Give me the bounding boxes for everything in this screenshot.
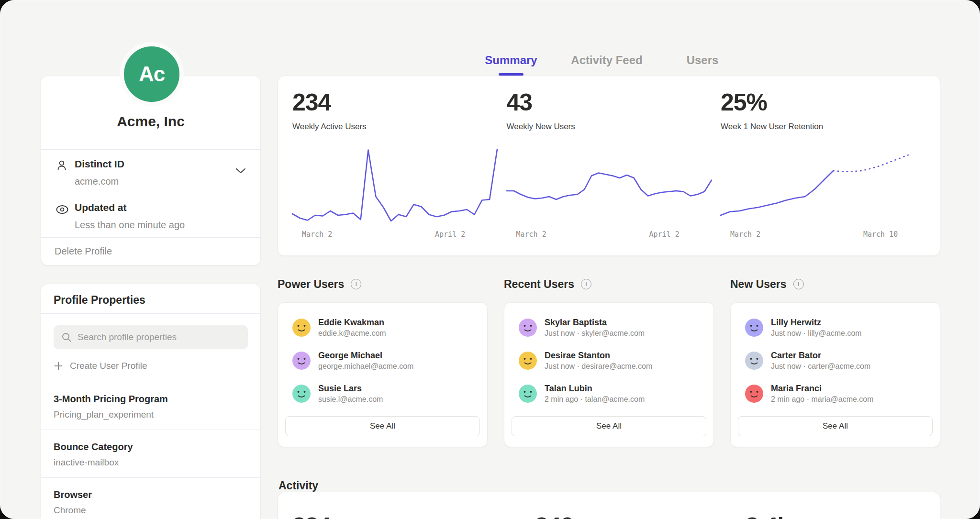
user-name: Talan Lubin bbox=[545, 383, 645, 394]
user-list-item[interactable]: Lilly Herwitz Just now · lilly@acme.com bbox=[745, 317, 925, 338]
user-section: New Users i Lilly Herwitz Just now · lil… bbox=[730, 276, 940, 447]
axis-label-end: April 2 bbox=[435, 230, 465, 239]
user-meta: Just now · lilly@acme.com bbox=[771, 329, 862, 338]
user-name: Maria Franci bbox=[771, 383, 874, 394]
profile-properties-panel: Profile Properties Create User Profile 3… bbox=[41, 284, 261, 519]
delete-profile-row: Delete Profile bbox=[41, 238, 260, 265]
distinct-id-row: Distinct ID acme.com bbox=[41, 150, 260, 193]
see-all-button[interactable]: See All bbox=[285, 416, 480, 436]
user-section-title: Power Users bbox=[278, 278, 344, 291]
user-list-item[interactable]: Skylar Baptista Just now · skyler@acme.c… bbox=[519, 317, 699, 338]
summary-stat-column: 234 Weekly Active Users March 2 April 2 bbox=[292, 76, 497, 255]
updated-at-label: Updated at bbox=[75, 202, 247, 213]
user-list-item[interactable]: Talan Lubin 2 min ago · talan@acme.com bbox=[519, 383, 699, 404]
delete-profile-button[interactable]: Delete Profile bbox=[55, 246, 112, 257]
property-name: 3-Month Pricing Program bbox=[54, 394, 248, 405]
chart-x-axis: March 2 March 10 bbox=[721, 230, 925, 240]
user-section-header: Recent Users i bbox=[504, 276, 714, 292]
user-name: Carter Bator bbox=[771, 350, 870, 361]
user-name: Desirae Stanton bbox=[545, 350, 652, 361]
stat-label: Week 1 New User Retention bbox=[721, 122, 925, 132]
profile-property-row[interactable]: Browser Chrome bbox=[41, 477, 260, 519]
user-avatar bbox=[292, 319, 311, 337]
stat-value: 43 bbox=[507, 90, 712, 114]
tab[interactable]: Activity Feed bbox=[559, 54, 655, 76]
user-list-item[interactable]: Desirae Stanton Just now · desirare@acme… bbox=[519, 350, 699, 371]
summary-stat-column: 25% Week 1 New User Retention March 2 Ma… bbox=[721, 76, 925, 255]
profile-property-row[interactable]: Bounce Category inactive-mailbox bbox=[41, 430, 260, 477]
user-meta: Just now · skyler@acme.com bbox=[545, 329, 645, 338]
user-list: Eddie Kwakman eddie.k@acme.com George Mi… bbox=[292, 317, 473, 404]
user-name: Lilly Herwitz bbox=[771, 317, 862, 328]
info-icon[interactable]: i bbox=[793, 279, 804, 289]
stat-value: 234 bbox=[292, 90, 497, 114]
info-icon[interactable]: i bbox=[351, 279, 361, 289]
see-all-button[interactable]: See All bbox=[512, 416, 706, 436]
user-section-header: New Users i bbox=[730, 276, 940, 292]
person-icon bbox=[56, 159, 68, 172]
user-list-item[interactable]: George Michael george.michael@acme.com bbox=[292, 350, 473, 371]
tab-label: Activity Feed bbox=[571, 54, 642, 66]
user-name: Skylar Baptista bbox=[545, 317, 645, 328]
info-icon[interactable]: i bbox=[581, 279, 591, 289]
user-meta: Just now · carter@acme.com bbox=[771, 362, 870, 371]
user-meta: 2 min ago · maria@acme.com bbox=[771, 395, 874, 404]
user-avatar bbox=[519, 385, 537, 403]
user-list-card: Lilly Herwitz Just now · lilly@acme.com … bbox=[730, 302, 940, 447]
user-avatar bbox=[745, 385, 763, 403]
activity-stat-value: 240 bbox=[535, 512, 573, 519]
user-list-card: Eddie Kwakman eddie.k@acme.com George Mi… bbox=[278, 302, 488, 447]
user-meta: george.michael@acme.com bbox=[318, 362, 413, 371]
chevron-down-icon[interactable] bbox=[235, 168, 246, 174]
user-section-header: Power Users i bbox=[278, 276, 488, 292]
tab[interactable]: Users bbox=[655, 54, 750, 76]
user-meta: Just now · desirare@acme.com bbox=[545, 362, 652, 371]
stat-label: Weekly New Users bbox=[507, 122, 712, 132]
user-list-item[interactable]: Maria Franci 2 min ago · maria@acme.com bbox=[745, 383, 925, 404]
profile-properties-search bbox=[54, 325, 248, 349]
sparkline-chart bbox=[292, 143, 497, 224]
property-value: Pricing_plan_experiment bbox=[54, 409, 248, 420]
tab-label: Summary bbox=[485, 54, 537, 66]
create-user-profile-button[interactable]: Create User Profile bbox=[54, 361, 248, 371]
user-meta: 2 min ago · talan@acme.com bbox=[545, 395, 645, 404]
user-list-item[interactable]: Eddie Kwakman eddie.k@acme.com bbox=[292, 317, 473, 338]
see-all-button[interactable]: See All bbox=[738, 416, 933, 436]
property-value: inactive-mailbox bbox=[54, 457, 248, 468]
company-avatar: Ac bbox=[120, 42, 184, 106]
property-value: Chrome bbox=[54, 505, 248, 516]
stat-label: Weekly Active Users bbox=[292, 122, 497, 132]
summary-card: 234 Weekly Active Users March 2 April 2 … bbox=[278, 76, 940, 256]
user-avatar bbox=[519, 352, 537, 370]
tabs: Summary Activity Feed Users bbox=[463, 54, 755, 76]
stat-value: 25% bbox=[721, 90, 925, 114]
search-input[interactable] bbox=[77, 331, 240, 343]
user-avatar bbox=[745, 352, 763, 370]
chart-x-axis: March 2 April 2 bbox=[507, 230, 712, 240]
axis-label-end: March 10 bbox=[863, 230, 898, 239]
sparkline-chart bbox=[721, 143, 925, 224]
user-avatar bbox=[519, 319, 537, 337]
axis-label-start: March 2 bbox=[730, 230, 760, 239]
user-avatar bbox=[292, 385, 311, 403]
distinct-id-label: Distinct ID bbox=[75, 158, 247, 170]
user-name: Susie Lars bbox=[318, 383, 383, 394]
user-list-item[interactable]: Susie Lars susie.l@acme.com bbox=[292, 383, 473, 404]
user-section: Recent Users i Skylar Baptista Just now … bbox=[504, 276, 714, 447]
chart-x-axis: March 2 April 2 bbox=[292, 230, 497, 240]
tab[interactable]: Summary bbox=[463, 54, 559, 76]
plus-icon bbox=[54, 361, 63, 371]
activity-card: 2342403.4k bbox=[278, 492, 940, 519]
distinct-id-value: acme.com bbox=[75, 176, 247, 187]
profile-properties-list: 3-Month Pricing Program Pricing_plan_exp… bbox=[41, 382, 260, 519]
user-section-title: New Users bbox=[730, 278, 787, 291]
user-meta: eddie.k@acme.com bbox=[318, 329, 386, 338]
updated-at-row: Updated at Less than one minute ago bbox=[41, 193, 260, 238]
user-list: Lilly Herwitz Just now · lilly@acme.com … bbox=[745, 317, 925, 404]
activity-stat-value: 234 bbox=[292, 512, 331, 519]
user-sections: Power Users i Eddie Kwakman eddie.k@acme… bbox=[278, 276, 940, 447]
user-list-item[interactable]: Carter Bator Just now · carter@acme.com bbox=[745, 350, 925, 371]
activity-section-title: Activity bbox=[278, 479, 318, 492]
profile-property-row[interactable]: 3-Month Pricing Program Pricing_plan_exp… bbox=[41, 382, 260, 430]
tab-label: Users bbox=[687, 54, 719, 66]
